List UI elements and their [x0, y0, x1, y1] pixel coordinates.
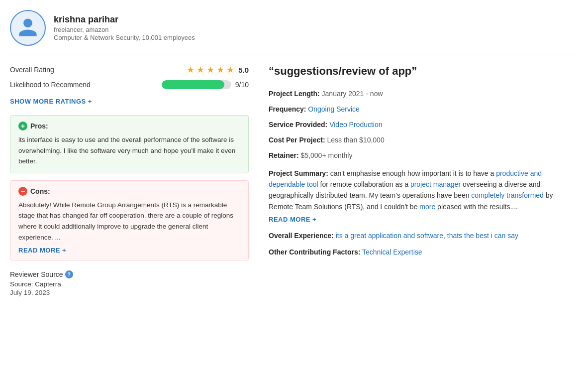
pros-label: Pros: [30, 122, 48, 130]
review-title: “suggestions/review of app” [269, 64, 578, 79]
service-label: Service Provided: [269, 121, 327, 128]
reviewer-source-label: Reviewer Source [10, 270, 63, 278]
star-3: ★ [206, 64, 214, 75]
frequency-label: Frequency: [269, 105, 306, 113]
reviewer-name: krishna parihar [54, 14, 195, 25]
cons-icon: − [18, 187, 27, 196]
recommend-score: 9/10 [235, 81, 249, 89]
summary-linked-4: more [419, 203, 435, 211]
reviewer-header: krishna parihar freelancer, amazon Compu… [10, 10, 578, 54]
overall-rating-row: Overall Rating ★ ★ ★ ★ ★ 5.0 [10, 64, 249, 75]
pros-icon: + [18, 122, 27, 130]
overall-rating-label: Overall Rating [10, 66, 54, 74]
source-name: Source: Capterra [10, 280, 249, 288]
cost-row: Cost Per Project: Less than $10,000 [269, 135, 578, 145]
star-5: ★ [226, 64, 234, 75]
overall-experience-row: Overall Experience: its a great applicat… [269, 230, 578, 241]
reviewer-source-section: Reviewer Source ? Source: Capterra July … [10, 270, 249, 296]
service-row: Service Provided: Video Production [269, 120, 578, 130]
source-value: Capterra [35, 280, 61, 288]
retainer-label: Retainer: [269, 151, 299, 159]
summary-read-more-link[interactable]: READ MORE + [269, 216, 316, 223]
service-value: Video Production [329, 121, 382, 128]
cons-read-more-link[interactable]: READ MORE + [18, 247, 66, 254]
retainer-row: Retainer: $5,000+ monthly [269, 150, 578, 161]
frequency-row: Frequency: Ongoing Service [269, 104, 578, 115]
cost-value: Less than $10,000 [327, 136, 384, 144]
avatar-icon [17, 16, 39, 40]
reviewer-role: freelancer, amazon [54, 26, 195, 33]
contributing-value: Technical Expertise [362, 248, 422, 256]
project-summary-row: Project Summary: can't emphasise enough … [269, 168, 578, 213]
summary-linked-2: project manager [410, 180, 461, 188]
pros-box: + Pros: its interface is easy to use and… [10, 115, 249, 173]
project-length-value: January 2021 - now [322, 90, 383, 98]
summary-label: Project Summary: [269, 169, 328, 177]
summary-linked-3: completely transformed [471, 191, 544, 199]
star-4: ★ [216, 64, 224, 75]
recommend-label: Likelihood to Recommend [10, 81, 91, 89]
recommend-bar-container: 9/10 [162, 80, 249, 89]
retainer-value: $5,000+ monthly [301, 151, 353, 159]
pros-text: its interface is easy to use and the ove… [18, 134, 240, 167]
star-1: ★ [187, 64, 195, 75]
cost-label: Cost Per Project: [269, 136, 325, 144]
reviewer-source-title: Reviewer Source ? [10, 270, 249, 278]
project-length-label: Project Length: [269, 90, 320, 98]
left-column: Overall Rating ★ ★ ★ ★ ★ 5.0 Likelihood … [10, 64, 249, 296]
right-column: “suggestions/review of app” Project Leng… [269, 64, 578, 296]
cons-text: Absolutely! While Remote Group Arrangeme… [18, 200, 240, 243]
project-length-row: Project Length: January 2021 - now [269, 89, 578, 99]
reviewer-info: krishna parihar freelancer, amazon Compu… [54, 14, 195, 41]
cons-title: − Cons: [18, 187, 240, 196]
recommend-bar-bg [162, 80, 231, 89]
frequency-value: Ongoing Service [308, 105, 360, 113]
show-more-ratings-link[interactable]: SHOW MORE RATINGS + [10, 98, 92, 105]
pros-title: + Pros: [18, 122, 240, 130]
main-layout: Overall Rating ★ ★ ★ ★ ★ 5.0 Likelihood … [10, 64, 578, 296]
star-2: ★ [196, 64, 204, 75]
recommend-row: Likelihood to Recommend 9/10 [10, 80, 249, 89]
avatar [10, 10, 46, 46]
source-prefix: Source: [10, 280, 33, 288]
recommend-bar-fill [162, 80, 224, 89]
contributing-label: Other Contributing Factors: [269, 248, 360, 256]
cons-box: − Cons: Absolutely! While Remote Group A… [10, 180, 249, 260]
contributing-factors-row: Other Contributing Factors: Technical Ex… [269, 247, 578, 257]
stars-container: ★ ★ ★ ★ ★ 5.0 [187, 64, 249, 75]
overall-exp-text: its a great application and software, th… [336, 232, 518, 240]
cons-label: Cons: [30, 187, 50, 195]
help-icon[interactable]: ? [65, 270, 73, 278]
rating-number: 5.0 [238, 66, 249, 74]
source-date: July 19, 2023 [10, 289, 249, 296]
reviewer-company: Computer & Network Security, 10,001 empl… [54, 34, 195, 41]
overall-exp-label: Overall Experience: [269, 232, 334, 240]
